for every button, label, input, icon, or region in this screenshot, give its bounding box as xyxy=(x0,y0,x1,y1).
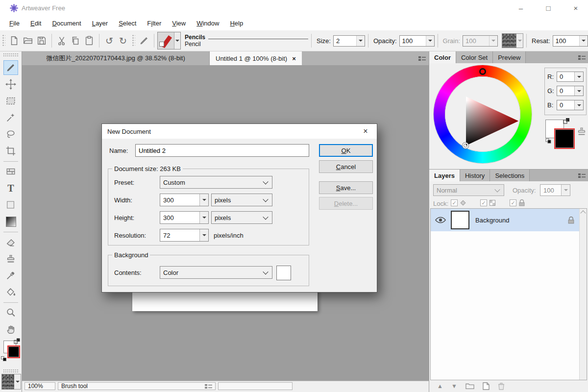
new-layer-button[interactable] xyxy=(483,382,490,390)
save-button[interactable] xyxy=(35,34,49,48)
tool-brush[interactable] xyxy=(3,60,18,75)
cut-button[interactable] xyxy=(55,34,69,48)
menu-select[interactable]: Select xyxy=(113,20,142,27)
tool-hand[interactable] xyxy=(3,322,18,337)
tool-shape[interactable] xyxy=(3,197,18,212)
tool-magic-wand[interactable] xyxy=(3,110,18,125)
r-value-combo[interactable]: 0 xyxy=(557,72,584,82)
tool-rect-select[interactable] xyxy=(3,94,18,108)
color-stamp-icon[interactable] xyxy=(576,126,587,137)
scroll-up-icon[interactable] xyxy=(580,210,586,216)
preset-combo[interactable]: Custom xyxy=(160,176,272,189)
dropdown-arrow-icon[interactable] xyxy=(199,229,208,241)
dropdown-arrow-icon[interactable] xyxy=(574,72,583,81)
move-layer-down-button[interactable]: ▼ xyxy=(451,383,457,389)
tool-clone-stamp[interactable] xyxy=(3,251,18,266)
palette-texture-dropdown[interactable] xyxy=(14,374,21,390)
maximize-button[interactable]: □ xyxy=(537,0,560,16)
dropdown-arrow-icon[interactable] xyxy=(574,86,583,96)
tab-history[interactable]: History xyxy=(460,170,490,181)
hue-marker[interactable] xyxy=(479,68,486,75)
grain-texture-dropdown[interactable] xyxy=(516,33,523,48)
document-tab-1[interactable]: 微信图片_20220707170443.jpg @ 38.52% (8-bit) xyxy=(22,51,210,65)
layer-visibility-toggle[interactable] xyxy=(435,216,446,224)
edit-brush-button[interactable] xyxy=(137,34,151,48)
panel-foreground-color-swatch[interactable] xyxy=(554,128,575,149)
layer-list-scrollbar[interactable] xyxy=(579,209,587,380)
cancel-button[interactable]: Cancel xyxy=(319,160,373,173)
tab-preview[interactable]: Preview xyxy=(493,51,526,63)
undo-button[interactable]: ↺ xyxy=(102,34,116,48)
new-file-button[interactable] xyxy=(7,34,21,48)
tool-paint-bucket[interactable] xyxy=(3,285,18,299)
new-group-button[interactable] xyxy=(466,382,474,390)
swap-colors-icon[interactable] xyxy=(563,118,570,124)
tab-close-icon[interactable]: × xyxy=(292,55,296,62)
toolbar-grip[interactable] xyxy=(2,34,5,47)
tool-eraser[interactable] xyxy=(3,235,18,249)
menu-document[interactable]: Document xyxy=(47,20,86,27)
foreground-color-swatch[interactable] xyxy=(7,345,20,358)
saturation-marker[interactable] xyxy=(463,143,468,148)
width-value-combo[interactable]: 300 xyxy=(160,194,209,206)
move-layer-up-button[interactable]: ▲ xyxy=(437,383,443,389)
background-color-picker-swatch[interactable] xyxy=(276,266,291,280)
save-preset-button[interactable]: Save... xyxy=(319,181,373,194)
swap-colors-icon[interactable] xyxy=(14,338,21,344)
tab-bar-menu-button[interactable] xyxy=(418,51,429,65)
name-input[interactable] xyxy=(135,144,309,157)
resat-combo[interactable]: 100 xyxy=(553,35,588,47)
tool-gradient[interactable] xyxy=(3,214,18,229)
layers-panel-menu-button[interactable] xyxy=(578,170,588,181)
menu-view[interactable]: View xyxy=(167,20,191,27)
menu-help[interactable]: Help xyxy=(224,20,248,27)
zoom-level-field[interactable]: 100% xyxy=(24,382,55,390)
tool-crop[interactable] xyxy=(3,144,18,158)
document-tab-2[interactable]: Untitled 1 @ 100% (8-bit) × xyxy=(210,51,302,65)
menu-filter[interactable]: Filter xyxy=(142,20,167,27)
default-colors-icon[interactable] xyxy=(1,356,7,362)
menu-edit[interactable]: Edit xyxy=(25,20,47,27)
grain-texture-swatch[interactable] xyxy=(502,33,516,48)
status-menu-icon[interactable] xyxy=(205,384,212,389)
palette-grip[interactable] xyxy=(3,53,19,57)
hue-wheel[interactable] xyxy=(434,65,532,163)
paste-button[interactable] xyxy=(82,34,96,48)
tab-layers[interactable]: Layers xyxy=(429,170,460,181)
menu-window[interactable]: Window xyxy=(191,20,224,27)
width-unit-combo[interactable]: pixels xyxy=(211,194,272,206)
tab-color-set[interactable]: Color Set xyxy=(456,51,493,63)
layer-name[interactable]: Background xyxy=(475,217,509,224)
minimize-button[interactable]: – xyxy=(510,0,532,16)
ok-button[interactable]: OK xyxy=(319,144,373,157)
menu-layer[interactable]: Layer xyxy=(87,20,114,27)
copy-button[interactable] xyxy=(69,34,82,48)
dropdown-arrow-icon[interactable] xyxy=(426,36,434,46)
contents-combo[interactable]: Color xyxy=(160,266,272,279)
toolbar-grip[interactable] xyxy=(132,34,135,47)
dropdown-arrow-icon[interactable] xyxy=(199,194,208,206)
redo-button[interactable]: ↻ xyxy=(116,34,130,48)
height-value-combo[interactable]: 300 xyxy=(160,211,209,224)
height-unit-combo[interactable]: pixels xyxy=(211,211,272,224)
size-combo[interactable]: 2 xyxy=(333,35,365,47)
tool-text[interactable]: T xyxy=(3,181,18,196)
dropdown-arrow-icon[interactable] xyxy=(199,212,208,223)
brush-preview-button[interactable] xyxy=(157,32,181,49)
resolution-value-combo[interactable]: 72 xyxy=(160,229,209,242)
brush-preview-dropdown[interactable] xyxy=(174,32,180,49)
dialog-close-button[interactable]: × xyxy=(359,126,372,137)
dropdown-arrow-icon[interactable] xyxy=(574,100,583,110)
color-panel-menu-button[interactable] xyxy=(578,51,588,63)
palette-grip[interactable] xyxy=(3,369,19,373)
b-value-combo[interactable]: 0 xyxy=(557,100,584,110)
tool-eyedropper[interactable] xyxy=(3,268,18,283)
opacity-combo[interactable]: 100 xyxy=(399,35,435,47)
default-colors-icon[interactable] xyxy=(545,138,552,144)
tab-color[interactable]: Color xyxy=(429,51,456,63)
layer-row-background[interactable]: Background xyxy=(431,209,579,231)
close-button[interactable]: × xyxy=(564,0,587,16)
dropdown-arrow-icon[interactable] xyxy=(579,36,588,46)
dropdown-arrow-icon[interactable] xyxy=(356,36,365,46)
open-button[interactable] xyxy=(21,34,35,48)
